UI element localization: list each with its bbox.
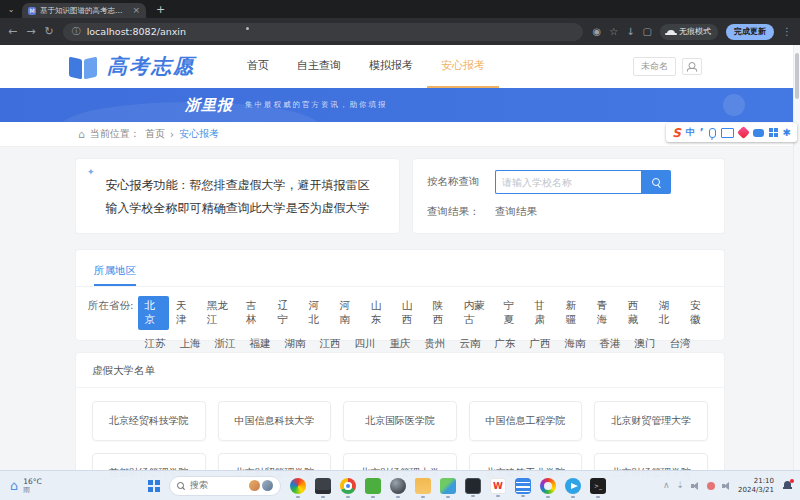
- app-color-wheel-icon[interactable]: [540, 478, 556, 494]
- province-option[interactable]: 山西: [395, 296, 426, 330]
- ime-punct-icon[interactable]: ’: [700, 127, 704, 138]
- province-option[interactable]: 广东: [488, 334, 523, 354]
- province-option[interactable]: 澳门: [628, 334, 663, 354]
- search-button[interactable]: [641, 170, 671, 194]
- province-option[interactable]: 西藏: [621, 296, 652, 330]
- province-option[interactable]: 天津: [169, 296, 200, 330]
- eye-icon[interactable]: ◉: [592, 27, 601, 37]
- university-card[interactable]: 中国信息科技大学: [218, 401, 332, 441]
- username-chip[interactable]: 未命名: [633, 57, 676, 76]
- scrollbar-thumb[interactable]: [795, 53, 799, 99]
- app-display-icon[interactable]: [465, 478, 481, 494]
- ime-keyboard-icon[interactable]: [721, 128, 734, 138]
- province-option[interactable]: 江苏: [138, 334, 173, 354]
- bookmark-star-icon[interactable]: ☆: [609, 27, 618, 37]
- province-option[interactable]: 河北: [301, 296, 332, 330]
- app-photos-icon[interactable]: [440, 478, 456, 494]
- breadcrumb-home-link[interactable]: 首页: [145, 127, 165, 141]
- side-panel-icon[interactable]: ▢: [643, 27, 652, 37]
- forward-icon[interactable]: →: [26, 26, 35, 37]
- nav-item-safe-apply[interactable]: 安心报考: [427, 45, 499, 88]
- province-option[interactable]: 北京: [138, 296, 169, 330]
- tray-chevron-icon[interactable]: ∧: [663, 481, 670, 490]
- province-option[interactable]: 青海: [590, 296, 621, 330]
- ime-settings-icon[interactable]: ✱: [783, 128, 791, 138]
- nav-item-mock-apply[interactable]: 模拟报考: [355, 45, 427, 88]
- province-option[interactable]: 上海: [173, 334, 208, 354]
- province-option[interactable]: 贵州: [418, 334, 453, 354]
- province-option[interactable]: 江西: [313, 334, 348, 354]
- taskbar-weather-widget[interactable]: ⌂ 16°C 雨: [0, 478, 148, 494]
- site-logo[interactable]: 高考志愿: [68, 45, 195, 88]
- province-option[interactable]: 甘肃: [528, 296, 559, 330]
- province-option[interactable]: 新疆: [559, 296, 590, 330]
- app-ledger-icon[interactable]: [515, 478, 531, 494]
- notification-bell-icon[interactable]: [783, 481, 792, 490]
- university-card[interactable]: 北京经贸科技学院: [92, 401, 206, 441]
- nav-item-home[interactable]: 首页: [233, 45, 283, 88]
- tray-speaker-icon[interactable]: [691, 482, 700, 490]
- app-terminal-icon[interactable]: >_: [590, 478, 606, 494]
- province-option[interactable]: 吉林: [239, 296, 270, 330]
- province-option[interactable]: 内蒙古: [457, 296, 497, 330]
- province-option[interactable]: 黑龙江: [200, 296, 240, 330]
- sogou-logo-icon[interactable]: S: [672, 127, 681, 139]
- tab-close-icon[interactable]: ×: [132, 6, 140, 15]
- province-option[interactable]: 香港: [593, 334, 628, 354]
- ime-grid-icon[interactable]: [769, 128, 778, 137]
- menu-dots-icon[interactable]: ⋮: [782, 27, 792, 37]
- app-green-icon[interactable]: [365, 478, 381, 494]
- university-card[interactable]: 中国信息工程学院: [469, 401, 583, 441]
- province-option[interactable]: 浙江: [208, 334, 243, 354]
- page-scrollbar[interactable]: [793, 45, 800, 470]
- university-card[interactable]: 北京财贸管理大学: [594, 401, 708, 441]
- site-info-icon[interactable]: ⓘ: [72, 25, 81, 38]
- ime-mode-icon[interactable]: 中: [686, 126, 695, 139]
- taskbar-search-box[interactable]: 搜索: [169, 476, 281, 496]
- province-option[interactable]: 台湾: [663, 334, 698, 354]
- downloads-icon[interactable]: ↓: [626, 27, 634, 37]
- avatar-icon[interactable]: [682, 58, 702, 75]
- province-option[interactable]: 山东: [364, 296, 395, 330]
- province-option[interactable]: 宁夏: [496, 296, 527, 330]
- app-notebook-icon[interactable]: [315, 478, 331, 494]
- address-bar[interactable]: ⓘ localhost:8082/anxin: [63, 23, 584, 41]
- province-option[interactable]: 福建: [243, 334, 278, 354]
- province-option[interactable]: 辽宁: [270, 296, 301, 330]
- province-option[interactable]: 四川: [348, 334, 383, 354]
- province-option[interactable]: 陕西: [426, 296, 457, 330]
- taskbar-clock[interactable]: 21:10 2024/3/21: [738, 477, 774, 494]
- ime-mic-icon[interactable]: [709, 128, 716, 138]
- app-wps-icon[interactable]: W: [490, 478, 506, 494]
- app-globe-icon[interactable]: [390, 478, 406, 494]
- province-option[interactable]: 河南: [333, 296, 364, 330]
- browser-tab[interactable]: M 基于知识图谱的高考志愿智能 ×: [22, 3, 146, 18]
- start-button-icon[interactable]: [148, 480, 160, 492]
- tray-download-icon[interactable]: ⇣: [677, 481, 685, 490]
- ime-skin-icon[interactable]: [737, 126, 750, 139]
- new-tab-button[interactable]: +: [156, 3, 165, 16]
- app-chrome-icon[interactable]: [340, 478, 356, 494]
- ime-pad-icon[interactable]: [753, 129, 764, 137]
- province-option[interactable]: 湖北: [652, 296, 683, 330]
- school-name-input[interactable]: [495, 170, 641, 194]
- province-option[interactable]: 海南: [558, 334, 593, 354]
- back-icon[interactable]: ←: [8, 26, 17, 37]
- university-card[interactable]: 北京国际医学院: [343, 401, 457, 441]
- province-option[interactable]: 重庆: [383, 334, 418, 354]
- province-option[interactable]: 云南: [453, 334, 488, 354]
- chrome-update-button[interactable]: 完成更新: [726, 24, 774, 40]
- app-2345-browser-icon[interactable]: [290, 478, 306, 494]
- carousel-dot[interactable]: [246, 27, 249, 30]
- province-option[interactable]: 安徽: [683, 296, 714, 330]
- tray-volume-icon[interactable]: [722, 482, 731, 490]
- nav-item-self-query[interactable]: 自主查询: [283, 45, 355, 88]
- app-file-explorer-icon[interactable]: [415, 478, 431, 494]
- province-option[interactable]: 湖南: [278, 334, 313, 354]
- tab-search-chevron-icon[interactable]: ⌄: [0, 2, 22, 17]
- region-tab[interactable]: 所属地区: [94, 264, 136, 286]
- province-option[interactable]: 广西: [523, 334, 558, 354]
- reload-icon[interactable]: ↻: [44, 26, 53, 37]
- tray-record-icon[interactable]: [707, 482, 715, 490]
- app-telegram-icon[interactable]: [565, 478, 581, 494]
